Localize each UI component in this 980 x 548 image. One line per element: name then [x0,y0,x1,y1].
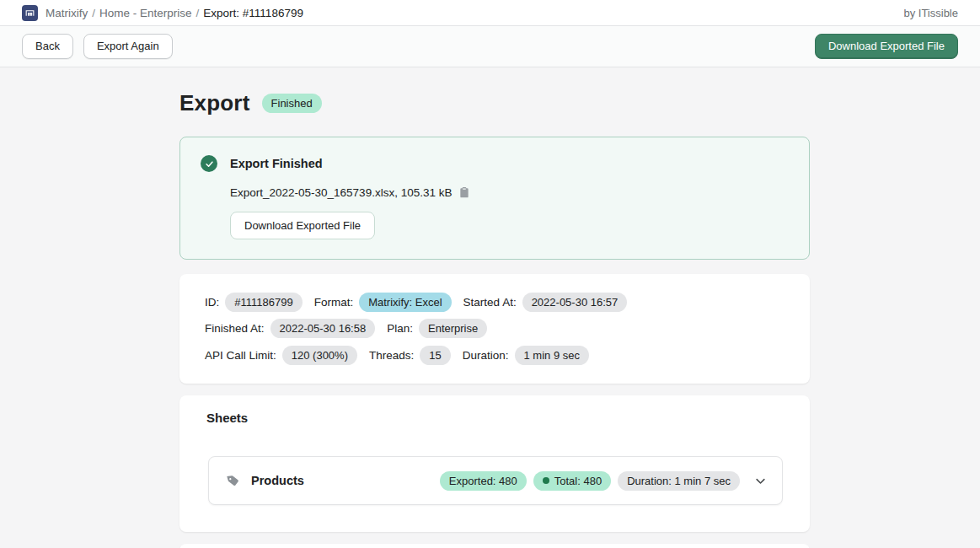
exported-file-info: Export_2022-05-30_165739.xlsx, 105.31 kB [230,186,452,199]
back-button[interactable]: Back [22,34,73,59]
sheet-chevron-down-icon[interactable] [754,475,767,487]
main-content: Export Finished Export Finished Export_2… [179,67,810,548]
detail-label: Threads: [369,349,414,362]
copy-filename-icon[interactable] [458,186,470,199]
action-toolbar: Back Export Again Download Exported File [0,26,980,67]
detail-item: Duration:1 min 9 sec [463,346,589,365]
value-badge: Total: 480 [533,471,611,491]
detail-item: Plan:Enterprise [387,319,487,338]
details-rows: ID:#111186799Format:Matrixify: ExcelStar… [205,293,785,365]
detail-item: Started At:2022-05-30 16:57 [463,293,628,312]
sheet-badges: Exported: 480Total: 480Duration: 1 min 7… [440,471,740,491]
detail-label: Started At: [463,296,517,309]
export-finished-card: Export Finished Export_2022-05-30_165739… [179,137,810,260]
detail-label: Finished At: [205,322,265,335]
page-title: Export [179,90,250,116]
detail-item: API Call Limit:120 (300%) [205,346,357,365]
value-badge: Enterprise [419,319,487,338]
breadcrumb: Matrixify / Home - Enterprise / Export: … [46,7,303,19]
export-details-card: ID:#111186799Format:Matrixify: ExcelStar… [179,274,810,384]
breadcrumb-separator: / [92,7,95,19]
value-badge: 120 (300%) [282,346,357,365]
byline-text: by ITissible [903,7,958,19]
value-badge: 2022-05-30 16:57 [522,293,628,312]
detail-item: Format:Matrixify: Excel [314,293,452,312]
value-badge: 2022-05-30 16:58 [270,319,376,338]
detail-label: API Call Limit: [205,349,276,362]
value-badge: #111186799 [225,293,302,312]
top-bar: Matrixify / Home - Enterprise / Export: … [0,0,980,26]
value-badge: Duration: 1 min 7 sec [618,471,740,491]
sheets-title: Sheets [206,411,783,425]
value-badge: Exported: 480 [440,471,527,491]
status-badge: Finished [262,94,322,113]
detail-item: ID:#111186799 [205,293,303,312]
check-circle-icon [201,155,217,172]
breadcrumb-current: Export: #111186799 [203,7,303,19]
tag-icon [226,474,240,488]
value-badge: 1 min 9 sec [515,346,589,365]
sheet-row[interactable]: ProductsExported: 480Total: 480Duration:… [208,456,783,505]
download-exported-file-button[interactable]: Download Exported File [815,34,958,59]
sheet-name: Products [251,474,304,487]
details-row: ID:#111186799Format:Matrixify: ExcelStar… [205,293,785,338]
detail-label: Format: [314,296,354,309]
detail-label: ID: [205,296,219,309]
breadcrumb-app[interactable]: Matrixify [46,7,88,19]
success-card-title: Export Finished [230,157,323,170]
export-again-button[interactable]: Export Again [83,34,173,59]
sheets-card: Sheets ProductsExported: 480Total: 480Du… [179,395,810,532]
detail-item: Finished At:2022-05-30 16:58 [205,319,375,338]
download-exported-file-secondary-button[interactable]: Download Exported File [230,212,375,239]
options-card[interactable]: Options [179,544,810,548]
value-badge: Matrixify: Excel [359,293,451,312]
details-row: API Call Limit:120 (300%)Threads:15Durat… [205,346,785,365]
breadcrumb-separator: / [196,7,200,19]
matrixify-logo-icon[interactable] [22,5,38,21]
sheet-rows: ProductsExported: 480Total: 480Duration:… [206,456,783,505]
detail-label: Plan: [387,322,413,335]
status-dot-icon [543,477,549,484]
breadcrumb-section[interactable]: Home - Enterprise [99,7,192,19]
value-badge: 15 [420,346,450,365]
detail-item: Threads:15 [369,346,451,365]
detail-label: Duration: [463,349,509,362]
